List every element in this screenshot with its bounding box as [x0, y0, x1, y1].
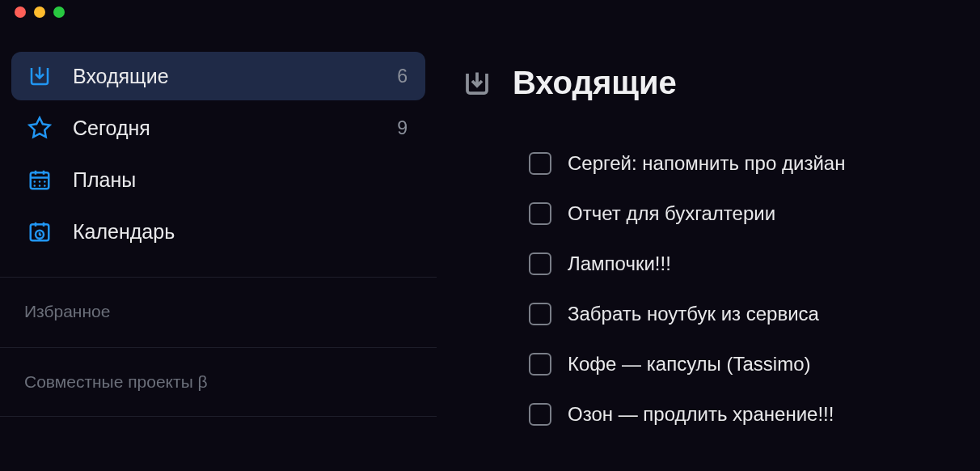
calendar-clock-icon — [26, 218, 53, 245]
task-item[interactable]: Лампочки!!! — [529, 240, 956, 287]
sidebar-item-count: 9 — [397, 117, 408, 139]
inbox-icon — [26, 62, 53, 90]
svg-marker-0 — [30, 118, 50, 138]
sidebar-item-label: Календарь — [73, 220, 408, 244]
task-item[interactable]: Сергей: напомнить про дизйан — [529, 140, 956, 187]
sidebar-item-inbox[interactable]: Входящие 6 — [11, 52, 425, 100]
task-label: Забрать ноутбук из сервиса — [568, 303, 819, 325]
sidebar-item-today[interactable]: Сегодня 9 — [11, 104, 425, 152]
task-checkbox[interactable] — [529, 252, 551, 275]
sidebar-item-calendar[interactable]: Календарь — [11, 207, 425, 256]
calendar-grid-icon — [26, 166, 53, 193]
sidebar-item-plans[interactable]: Планы — [11, 155, 425, 204]
task-checkbox[interactable] — [529, 303, 551, 325]
task-item[interactable]: Отчет для бухгалтерии — [529, 190, 956, 237]
inbox-icon — [461, 67, 493, 100]
close-window-button[interactable] — [15, 6, 26, 18]
sidebar-item-label: Входящие — [73, 65, 397, 88]
sidebar-item-label: Сегодня — [73, 117, 397, 140]
task-label: Сергей: напомнить про дизйан — [568, 152, 845, 175]
task-checkbox[interactable] — [529, 353, 551, 376]
task-checkbox[interactable] — [529, 202, 551, 225]
main-header: Входящие — [461, 65, 956, 101]
task-checkbox[interactable] — [529, 403, 551, 426]
sidebar-section-shared-projects[interactable]: Совместные проекты β — [0, 347, 437, 417]
sidebar: Входящие 6 Сегодня 9 Планы Календарь — [0, 24, 437, 471]
task-item[interactable]: Озон — продлить хранение!!! — [529, 391, 956, 438]
maximize-window-button[interactable] — [53, 6, 65, 18]
task-label: Лампочки!!! — [568, 252, 671, 275]
task-label: Кофе — капсулы (Tassimo) — [568, 353, 811, 376]
task-list: Сергей: напомнить про дизйан Отчет для б… — [461, 140, 956, 438]
sidebar-section-label: Избранное — [24, 302, 110, 320]
window-titlebar — [0, 0, 980, 24]
page-title: Входящие — [513, 65, 677, 101]
sidebar-section-favorites[interactable]: Избранное — [0, 277, 437, 346]
task-item[interactable]: Забрать ноутбук из сервиса — [529, 291, 956, 337]
task-label: Озон — продлить хранение!!! — [568, 403, 834, 426]
sidebar-item-label: Планы — [73, 168, 408, 192]
main-content: Входящие Сергей: напомнить про дизйан От… — [437, 24, 980, 471]
minimize-window-button[interactable] — [34, 6, 45, 18]
star-icon — [26, 114, 53, 142]
task-checkbox[interactable] — [529, 152, 551, 175]
sidebar-section-label: Совместные проекты β — [24, 372, 208, 391]
task-item[interactable]: Кофе — капсулы (Tassimo) — [529, 341, 956, 388]
sidebar-item-count: 6 — [397, 66, 408, 87]
task-label: Отчет для бухгалтерии — [568, 202, 775, 225]
